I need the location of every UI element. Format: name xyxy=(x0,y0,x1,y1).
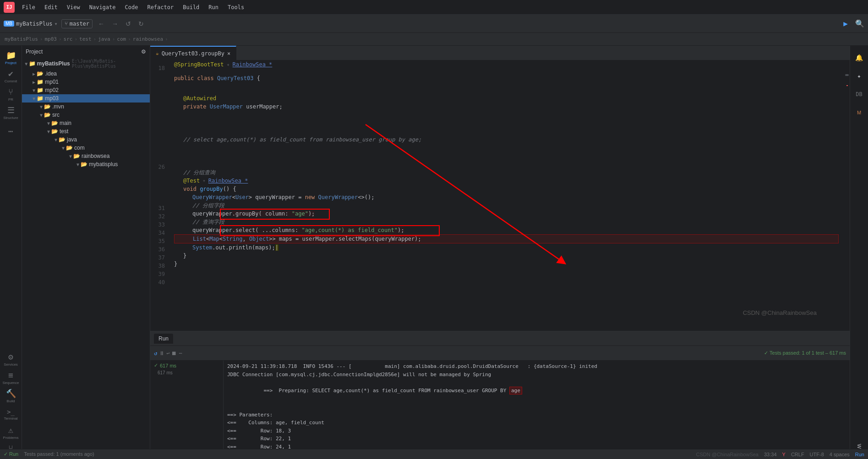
log-line-4: ==> Parameters: xyxy=(227,411,846,419)
menu-bar: IJ File Edit View Navigate Code Refactor… xyxy=(0,0,868,15)
sidebar-item-sequence[interactable]: ≡ Sequence xyxy=(3,369,19,386)
status-right: CSDN @ChinaRainbowSea 33:34 Y CRLF UTF-8… xyxy=(696,452,864,457)
line-ending-indicator[interactable]: CRLF xyxy=(791,452,804,457)
file-tree-settings-icon[interactable]: ⚙ xyxy=(141,49,146,55)
menu-code[interactable]: Code xyxy=(121,2,142,12)
line-numbers: 18 26 xyxy=(150,60,169,331)
redo-button[interactable]: ↻ xyxy=(136,19,146,28)
tree-item-src[interactable]: ▼ 📂 src xyxy=(22,111,150,119)
tree-item-java[interactable]: ▼ 📂 java xyxy=(22,135,150,144)
sidebar-item-more[interactable]: ⋯ xyxy=(3,123,19,139)
run-panel-main: ✓ 617 ms 617 ms 2024-09-21 11:39:18.718 … xyxy=(150,361,850,459)
menu-navigate[interactable]: Navigate xyxy=(86,2,120,12)
project-selector[interactable]: MB myBatisPlus ▾ xyxy=(4,21,58,27)
ai-button[interactable]: ✦ xyxy=(851,68,868,84)
tab-close-icon[interactable]: × xyxy=(227,50,230,57)
log-line-5: <== Columns: age, field_count xyxy=(227,419,846,427)
tree-item-mp01[interactable]: ▶ 📁 mp01 xyxy=(22,78,150,86)
log-line-1: 2024-09-21 11:39:18.718 INFO 15436 --- [… xyxy=(227,362,846,371)
right-sidebar: 🔔 ✦ DB M Word xyxy=(850,46,868,459)
editor-scrollbar[interactable] xyxy=(844,60,850,331)
sidebar-item-terminal[interactable]: >_ Terminal xyxy=(3,406,19,422)
editor-content: 18 26 xyxy=(150,60,850,331)
indent-indicator[interactable]: 4 spaces xyxy=(830,452,850,457)
run-more-button[interactable]: ⋯ xyxy=(179,350,182,356)
left-sidebar: 📁 Project ✔ Commit ⑂ PR ☰ Structure ⋯ ⚙ … xyxy=(0,46,22,459)
tree-item-mp03[interactable]: ▼ 📁 mp03 xyxy=(22,94,150,103)
menu-items: File Edit View Navigate Code Refactor Bu… xyxy=(18,2,248,12)
sidebar-item-structure[interactable]: ☰ Structure xyxy=(3,104,19,121)
sidebar-item-services[interactable]: ⚙ Services xyxy=(3,351,19,367)
menu-build[interactable]: Build xyxy=(179,2,203,12)
run-tab[interactable]: Run xyxy=(154,334,173,344)
run-config-button[interactable]: ▶ xyxy=(843,19,848,28)
project-toolbar: MB myBatisPlus ▾ ⑂ master ← → ↺ ↻ ▶ 🔍 xyxy=(0,15,868,33)
editor-area: ☕ QueryTest03.groupBy × 18 xyxy=(150,46,850,331)
encoding-icon: Y xyxy=(782,452,786,457)
log-line-2: JDBC Connection [com.mysql.cj.jdbc.Conne… xyxy=(227,371,846,379)
branch-selector[interactable]: ⑂ master xyxy=(61,19,93,28)
menu-run[interactable]: Run xyxy=(205,2,222,12)
run-log-content[interactable]: 2024-09-21 11:39:18.718 INFO 15436 --- [… xyxy=(224,361,850,459)
editor-tabs: ☕ QueryTest03.groupBy × xyxy=(150,46,850,60)
code-content[interactable]: @SpringBootTest ✦ RainbowSea * public cl… xyxy=(169,60,844,331)
tree-item-test[interactable]: ▼ 📂 test xyxy=(22,127,150,135)
file-tree: Project ⚙ ▼ 📁 myBatisPlus E:\Java\MyBati… xyxy=(22,46,150,459)
tree-item-rainbowsea[interactable]: ▼ 📂 rainbowsea xyxy=(22,152,150,160)
tree-item-main[interactable]: ▼ 📂 main xyxy=(22,119,150,127)
run-status-label[interactable]: ✓ Run xyxy=(4,451,18,457)
watermark-text: CSDN @ChinaRainbowSea xyxy=(696,452,759,457)
menu-refactor[interactable]: Refactor xyxy=(143,2,177,12)
notifications-button[interactable]: 🔔 xyxy=(851,49,868,66)
charset-indicator[interactable]: UTF-8 xyxy=(810,452,824,457)
menu-view[interactable]: View xyxy=(63,2,84,12)
tests-passed-label: Tests passed: 1 (moments ago) xyxy=(24,451,94,457)
test-status-label: ✓ Tests passed: 1 of 1 test – 617 ms xyxy=(764,350,846,356)
run-indicator[interactable]: Run xyxy=(855,452,864,457)
run-side-tree: ✓ 617 ms 617 ms xyxy=(150,361,224,459)
bottom-panel: Run ↺ ⏸ ↩ ⏹ ⋯ ✓ Tests passed: 1 of 1 tes… xyxy=(150,331,850,459)
status-bar: ✓ Run Tests passed: 1 (moments ago) CSDN… xyxy=(0,449,868,459)
run-stop2-button[interactable]: ⏹ xyxy=(171,350,177,356)
run-toolbar: ↺ ⏸ ↩ ⏹ ⋯ ✓ Tests passed: 1 of 1 test – … xyxy=(150,346,850,361)
tree-item-mybatisplus-sub[interactable]: ▼ 📂 mybatisplus xyxy=(22,160,150,168)
tree-items: ▼ 📁 myBatisPlus E:\Java\MyBatis-Plus\myB… xyxy=(22,58,150,459)
line-col-indicator[interactable]: 33:34 xyxy=(764,452,777,457)
sidebar-item-project[interactable]: 📁 Project xyxy=(3,49,19,66)
menu-tools[interactable]: Tools xyxy=(224,2,248,12)
maven-button[interactable]: M xyxy=(851,104,868,121)
tree-item-mvn[interactable]: ▼ 📂 .mvn xyxy=(22,103,150,111)
app-logo: IJ xyxy=(4,2,15,13)
sidebar-item-pr[interactable]: ⑂ PR xyxy=(3,86,19,103)
editor-main: ☕ QueryTest03.groupBy × 18 xyxy=(150,46,850,459)
db-button[interactable]: DB xyxy=(851,86,868,103)
undo-button[interactable]: ↺ xyxy=(124,19,133,28)
menu-file[interactable]: File xyxy=(18,2,39,12)
watermark: CSDN @ChinaRainbowSea xyxy=(743,308,817,318)
log-line-6: <== Row: 18, 3 xyxy=(227,427,846,435)
back-button[interactable]: ← xyxy=(96,19,106,28)
forward-button[interactable]: → xyxy=(110,19,120,28)
log-line-7: <== Row: 22, 1 xyxy=(227,435,846,443)
status-left: ✓ Run Tests passed: 1 (moments ago) xyxy=(4,451,94,457)
menu-edit[interactable]: Edit xyxy=(41,2,61,12)
run-restart-button[interactable]: ↺ xyxy=(154,350,157,356)
editor-tab-querytest03[interactable]: ☕ QueryTest03.groupBy × xyxy=(150,46,236,60)
run-tabs: Run xyxy=(150,331,850,346)
sidebar-item-commit[interactable]: ✔ Commit xyxy=(3,68,19,84)
tree-item-mp02[interactable]: ▼ 📁 mp02 xyxy=(22,86,150,94)
main-layout: 📁 Project ✔ Commit ⑂ PR ☰ Structure ⋯ ⚙ … xyxy=(0,46,868,459)
tree-item-idea[interactable]: ▶ 📂 .idea xyxy=(22,70,150,78)
sidebar-item-problems[interactable]: ⚠ Problems xyxy=(3,424,19,441)
sidebar-item-build[interactable]: 🔨 Build xyxy=(3,388,19,404)
breadcrumb: myBatisPlus › mp03 › src › test › java ›… xyxy=(0,33,868,46)
file-tree-header: Project ⚙ xyxy=(22,46,150,58)
run-rerun-button[interactable]: ↩ xyxy=(166,350,169,356)
tree-item-com[interactable]: ▼ 📂 com xyxy=(22,144,150,152)
log-line-3: ==> Preparing: SELECT age,count(*) as fi… xyxy=(227,378,846,410)
search-everywhere-button[interactable]: 🔍 xyxy=(855,19,864,28)
run-stop-button[interactable]: ⏸ xyxy=(159,350,164,356)
tree-item-mybatisplus[interactable]: ▼ 📁 myBatisPlus E:\Java\MyBatis-Plus\myB… xyxy=(22,58,150,70)
